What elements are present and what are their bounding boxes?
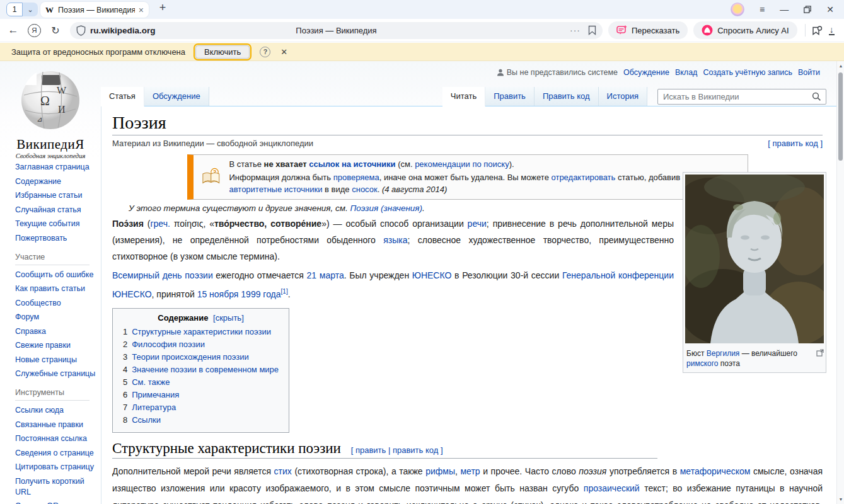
new-tab-button[interactable]: + [155,1,170,14]
sidebar-link-help[interactable]: Справка [15,326,97,337]
reload-icon[interactable]: ↻ [47,25,64,37]
sidebar-link-report-error[interactable]: Сообщить об ошибке [15,270,97,280]
toc-hide-link[interactable]: [скрыть] [213,313,244,323]
inline-link[interactable]: Поэзия (значения) [350,203,422,213]
wiki-search-box[interactable] [657,89,826,105]
sidebar-link-contents[interactable]: Содержание [15,176,97,187]
inline-text: У этого термина существуют и другие знач… [129,203,350,213]
sidebar-link-page-info[interactable]: Сведения о странице [15,448,97,459]
browser-tab[interactable]: W Поэзия — Википедия × [40,2,149,18]
sidebar-link-donate[interactable]: Пожертвовать [15,233,97,244]
personal-link-talk[interactable]: Обсуждение [623,68,669,77]
tab-counter[interactable]: 1 ⌄ [6,3,38,16]
profile-avatar[interactable] [731,3,744,16]
sidebar-link-recent-changes[interactable]: Свежие правки [15,340,97,351]
inline-link[interactable]: речи [468,219,487,229]
inline-text: . [422,203,425,213]
inline-link[interactable]: 15 ноября [197,289,239,299]
inline-link[interactable]: Вергилия [707,349,740,358]
sidebar-link-cite-page[interactable]: Цитировать страницу [15,462,97,472]
inline-link[interactable]: авторитетные источники [229,185,322,194]
tab-talk[interactable]: Обсуждение [144,87,209,106]
personal-link-login[interactable]: Войти [798,68,820,77]
tab-read[interactable]: Читать [442,87,485,106]
inline-link[interactable]: ЮНЕСКО [412,270,452,280]
inline-link[interactable]: римского [686,359,718,368]
sidebar-link-main-page[interactable]: Заглавная страница [15,162,97,173]
personal-link-create-account[interactable]: Создать учётную запись [703,68,792,77]
sidebar-link-random[interactable]: Случайная статья [15,205,97,215]
tab-edit[interactable]: Править [485,87,535,106]
inline-link[interactable]: проверяема [333,173,379,182]
edit-source-top-link[interactable]: [ править код ] [768,139,823,148]
inline-link[interactable]: 21 марта [307,270,344,280]
ask-alice-button[interactable]: Спросить Алису AI [693,21,797,39]
inline-link[interactable]: Всемирный день поэзии [112,270,213,280]
inline-text: . [378,185,382,194]
summarize-button[interactable]: Пересказать [608,21,688,39]
svg-text:⊿: ⊿ [37,115,42,123]
sidebar-link-how-to-edit[interactable]: Как править статьи [15,284,97,294]
sidebar-link-forum[interactable]: Форум [15,312,97,323]
tab-edit-source[interactable]: Править код [535,87,599,106]
yandex-home-icon[interactable]: Я [28,24,41,37]
address-bar[interactable]: ru.wikipedia.org Поэзия — Википедия ··· [70,22,603,39]
back-icon[interactable]: ← [5,24,21,37]
sidebar-link-permanent-link[interactable]: Постоянная ссылка [15,433,97,444]
close-tab-icon[interactable]: × [139,5,144,15]
inline-link[interactable]: [1] [281,288,288,295]
sidebar-link-current-events[interactable]: Текущие события [15,219,97,229]
inline-link[interactable]: стих [274,466,292,476]
virgil-bust-figure: Бюст Вергилия — величайшего римского поэ… [683,172,826,373]
page-scrollbar[interactable]: ▲ ▼ [836,61,844,504]
close-window-icon[interactable]: ✕ [826,5,834,14]
inline-link[interactable]: метр [460,466,480,476]
sidebar-link-new-pages[interactable]: Новые страницы [15,355,97,365]
inline-text: стихе [481,500,507,504]
extensions-icon[interactable] [812,25,823,36]
menu-icon[interactable]: ≡ [760,5,765,14]
inline-link[interactable]: греч. [150,219,170,229]
sidebar-link-what-links-here[interactable]: Ссылки сюда [15,405,97,416]
download-icon[interactable]: ↓ [829,26,835,35]
more-options-icon[interactable]: ··· [570,25,581,35]
chevron-down-icon[interactable]: ⌄ [23,3,38,16]
sidebar-link-related-changes[interactable]: Связанные правки [15,420,97,430]
personal-link-contribs[interactable]: Вклад [675,68,698,77]
tab-history[interactable]: История [599,87,647,106]
inline-link[interactable]: 1999 года [241,289,280,299]
sidebar-link-short-url[interactable]: Получить короткий URL [15,476,97,498]
inline-link[interactable]: ссылок на источники [309,159,395,169]
sidebar-link-special-pages[interactable]: Служебные страницы [15,369,97,379]
search-icon[interactable] [812,92,821,101]
wikipedia-page: Вы не представились системе Обсуждение В… [0,61,836,504]
inline-link[interactable]: рифмы [425,466,455,476]
virgil-bust-image[interactable] [685,175,824,343]
inline-link[interactable]: языка [383,235,407,245]
help-icon[interactable]: ? [260,47,270,57]
scroll-up-icon[interactable]: ▲ [837,64,844,68]
minimize-icon[interactable]: — [780,5,789,14]
dismiss-bar-icon[interactable]: ✕ [280,47,287,57]
wiki-search-input[interactable] [658,92,812,101]
scrollbar-thumb[interactable] [838,72,843,161]
scroll-down-icon[interactable]: ▼ [837,497,844,501]
inline-link[interactable]: отредактировать [551,173,615,182]
inline-link[interactable]: сносок [352,185,377,194]
maximize-icon[interactable] [804,6,811,13]
enable-protection-button[interactable]: Включить [195,45,250,59]
inline-text: — величайшего [739,349,797,358]
tab-count[interactable]: 1 [6,3,23,16]
bookmark-icon[interactable] [588,25,596,35]
enlarge-icon[interactable] [816,349,824,357]
inline-link[interactable]: рекомендации по поиску [415,159,509,169]
sidebar-link-featured[interactable]: Избранные статьи [15,190,97,201]
section-edit-links[interactable]: [ править | править код ] [351,445,443,455]
tab-article[interactable]: Статья [101,87,144,106]
inline-link[interactable]: метафорическом [680,466,751,476]
sidebar-link-community[interactable]: Сообщество [15,298,97,309]
inline-link[interactable]: прозаический [584,483,640,493]
sidebar-link-qr-code[interactable]: Скачать QR-код [15,501,97,504]
inline-text: ποίησις, « [170,219,214,229]
wikipedia-logo[interactable]: Ω W И ⊿ ВикипедиЯ Свободная энциклопедия [0,69,101,159]
